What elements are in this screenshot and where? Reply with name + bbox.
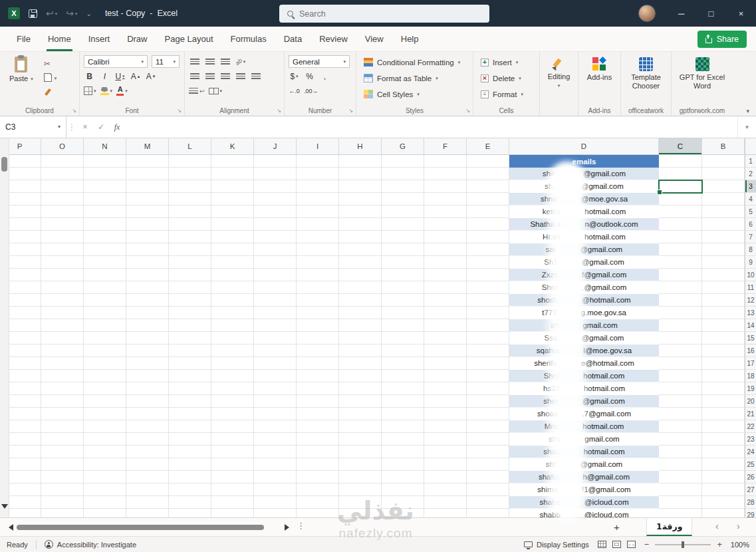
row-header-16[interactable]: 16 — [745, 345, 756, 357]
horizontal-scrollbar[interactable] — [5, 523, 293, 532]
align-right-button[interactable] — [219, 70, 231, 82]
scroll-down-arrow[interactable] — [1, 504, 8, 512]
column-header-k[interactable]: K — [211, 138, 254, 155]
italic-button[interactable]: I — [99, 70, 110, 82]
sheet-nav-prev-button[interactable]: ‹ — [715, 521, 719, 531]
column-header-b[interactable]: B — [702, 138, 745, 155]
number-format-select[interactable]: General▾ — [289, 55, 350, 68]
scroll-right-arrow[interactable] — [285, 524, 293, 531]
zoom-in-button[interactable]: + — [717, 539, 722, 549]
column-header-n[interactable]: N — [84, 138, 126, 155]
formula-bar-drag-handle[interactable]: ⋮ — [66, 116, 77, 138]
bold-button[interactable]: B — [84, 70, 95, 82]
column-header-j[interactable]: J — [254, 138, 297, 155]
align-top-button[interactable] — [189, 56, 200, 68]
styles-dialog-launcher[interactable]: ↘ — [465, 108, 470, 114]
fill-color-button[interactable]: ▾ — [100, 85, 113, 97]
insert-function-button[interactable]: fx — [109, 116, 125, 138]
accessibility-status[interactable]: Accessibility: Investigate — [45, 540, 136, 549]
vertical-scrollbar-thumb[interactable] — [1, 157, 7, 172]
row-header-1[interactable]: 1 — [745, 155, 756, 168]
row-header-5[interactable]: 5 — [745, 206, 756, 218]
user-avatar[interactable] — [638, 5, 656, 22]
cut-button[interactable]: ✂ — [41, 58, 60, 70]
expand-formula-bar-button[interactable]: ▾ — [737, 116, 756, 138]
column-header-o[interactable]: O — [41, 138, 84, 155]
row-header-10[interactable]: 10 — [745, 269, 756, 281]
decrease-indent-button[interactable] — [235, 70, 246, 82]
align-bottom-button[interactable] — [219, 56, 231, 68]
confirm-entry-button[interactable]: ✓ — [93, 116, 109, 138]
new-sheet-button[interactable]: + — [609, 519, 624, 535]
row-header-15[interactable]: 15 — [745, 332, 756, 345]
row-header-12[interactable]: 12 — [745, 294, 756, 307]
tab-file[interactable]: File — [8, 27, 39, 51]
sheet-tab-active[interactable]: ورقة1 — [646, 518, 692, 536]
font-size-select[interactable]: 11▾ — [152, 55, 180, 68]
tab-data[interactable]: Data — [275, 27, 311, 51]
orientation-button[interactable]: ab▾ — [235, 56, 246, 68]
comma-style-button[interactable]: , — [319, 70, 330, 82]
alignment-dialog-launcher[interactable]: ↘ — [277, 108, 281, 114]
tab-page-layout[interactable]: Page Layout — [156, 27, 222, 51]
row-header-27[interactable]: 27 — [745, 483, 756, 496]
column-header-m[interactable]: M — [126, 138, 169, 155]
tab-draw[interactable]: Draw — [118, 27, 156, 51]
zoom-out-button[interactable]: − — [644, 539, 650, 549]
row-header-7[interactable]: 7 — [745, 231, 756, 243]
cancel-entry-button[interactable]: × — [77, 116, 93, 138]
row-header-2[interactable]: 2 — [745, 168, 756, 180]
align-left-button[interactable] — [189, 70, 200, 82]
save-button[interactable] — [29, 9, 37, 18]
vertical-scrollbar[interactable] — [0, 138, 9, 517]
decrease-decimal-button[interactable]: .00→ — [304, 85, 318, 97]
row-header-3[interactable]: 3 — [745, 180, 756, 193]
row-header-19[interactable]: 19 — [745, 382, 756, 395]
display-settings-button[interactable]: Display Settings — [524, 541, 589, 549]
selected-cell[interactable] — [658, 180, 703, 194]
tab-help[interactable]: Help — [392, 27, 428, 51]
redo-button[interactable]: ↪▾ — [66, 8, 77, 19]
page-layout-view-button[interactable] — [612, 541, 621, 548]
row-header-9[interactable]: 9 — [745, 256, 756, 269]
scroll-left-arrow[interactable] — [5, 524, 13, 531]
gpt-for-excel-button[interactable]: GPT for Excel Word — [676, 55, 729, 92]
template-chooser-button[interactable]: Template Chooser — [625, 55, 667, 92]
number-dialog-launcher[interactable]: ↘ — [348, 108, 353, 114]
sheet-nav-next-button[interactable]: › — [737, 521, 740, 531]
accounting-format-button[interactable]: $▾ — [289, 70, 300, 82]
row-header-21[interactable]: 21 — [745, 408, 756, 420]
merge-center-button[interactable]: ▾ — [209, 85, 223, 97]
zoom-slider-thumb[interactable] — [682, 541, 684, 548]
undo-button[interactable]: ↩▾ — [46, 8, 57, 19]
column-header-f[interactable]: F — [424, 138, 467, 155]
tab-home[interactable]: Home — [39, 27, 80, 51]
row-header-6[interactable]: 6 — [745, 218, 756, 231]
select-all-corner[interactable] — [745, 138, 756, 155]
maximize-button[interactable]: □ — [696, 0, 726, 27]
row-header-18[interactable]: 18 — [745, 370, 756, 382]
formula-input[interactable] — [125, 116, 737, 138]
cell-styles-button[interactable]: Cell Styles ▾ — [360, 87, 469, 101]
percent-style-button[interactable]: % — [304, 70, 315, 82]
wrap-text-button[interactable]: ↩ — [189, 85, 205, 97]
share-button[interactable]: Share — [697, 31, 747, 48]
column-header-l[interactable]: L — [169, 138, 211, 155]
font-name-select[interactable]: Calibri▾ — [84, 55, 148, 68]
customize-quick-access-button[interactable]: ⌄ — [86, 10, 92, 17]
zoom-slider[interactable] — [655, 544, 711, 545]
zoom-level[interactable]: 100% — [728, 541, 749, 549]
row-header-24[interactable]: 24 — [745, 446, 756, 458]
column-header-h[interactable]: H — [339, 138, 382, 155]
row-header-28[interactable]: 28 — [745, 496, 756, 509]
collapse-ribbon-button[interactable]: ▾ — [746, 108, 749, 114]
paste-button[interactable]: Paste▾ — [4, 55, 39, 98]
align-center-button[interactable] — [204, 70, 215, 82]
insert-cells-button[interactable]: + Insert ▾ — [477, 55, 535, 69]
format-cells-button[interactable]: ≡ Format ▾ — [477, 87, 535, 101]
row-header-23[interactable]: 23 — [745, 433, 756, 446]
font-dialog-launcher[interactable]: ↘ — [177, 108, 182, 114]
format-painter-button[interactable] — [41, 86, 60, 98]
minimize-button[interactable]: ─ — [666, 0, 696, 27]
horizontal-scrollbar-track[interactable] — [17, 525, 281, 530]
